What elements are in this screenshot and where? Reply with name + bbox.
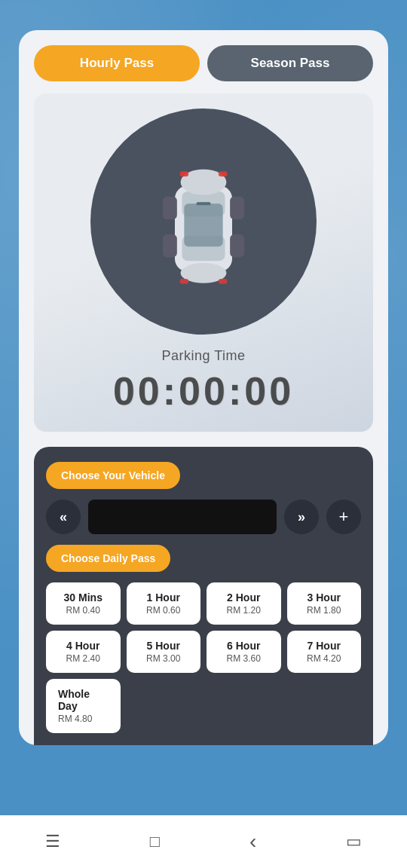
pass-price: RM 1.20 xyxy=(214,605,274,616)
pass-option-1hour[interactable]: 1 Hour RM 0.60 xyxy=(127,582,201,625)
vehicle-selector-row: « » + xyxy=(46,500,361,534)
pass-price: RM 3.00 xyxy=(134,653,194,664)
next-vehicle-button[interactable]: » xyxy=(284,500,319,534)
car-image xyxy=(155,150,252,293)
pass-option-4hour[interactable]: 4 Hour RM 2.40 xyxy=(46,631,121,673)
pass-duration: 5 Hour xyxy=(134,640,194,652)
choose-daily-pass-button[interactable]: Choose Daily Pass xyxy=(46,545,170,572)
pass-duration: 1 Hour xyxy=(134,591,194,604)
pass-price: RM 0.40 xyxy=(54,605,113,616)
bottom-nav: ☰ □ ‹ ▭ xyxy=(0,815,407,868)
whole-day-price: RM 4.80 xyxy=(58,714,109,724)
svg-rect-14 xyxy=(197,202,211,205)
pass-price: RM 0.60 xyxy=(134,605,194,616)
pass-price: RM 1.80 xyxy=(295,605,354,616)
pass-duration: 3 Hour xyxy=(295,591,354,604)
whole-day-duration: Whole Day xyxy=(58,688,109,712)
pass-option-7hour[interactable]: 7 Hour RM 4.20 xyxy=(287,631,362,673)
choose-vehicle-button[interactable]: Choose Your Vehicle xyxy=(46,462,180,489)
pass-price: RM 2.40 xyxy=(54,653,113,664)
svg-rect-3 xyxy=(184,203,222,246)
back-icon[interactable]: ‹ xyxy=(242,822,264,861)
pass-price: RM 3.60 xyxy=(214,653,274,664)
svg-rect-10 xyxy=(180,172,188,177)
svg-rect-9 xyxy=(230,234,244,257)
pass-duration: 4 Hour xyxy=(54,640,113,652)
car-display-area: Parking Time 00:00:00 xyxy=(34,93,373,432)
pass-option-5hour[interactable]: 5 Hour RM 3.00 xyxy=(127,631,201,673)
pass-option-30mins[interactable]: 30 Mins RM 0.40 xyxy=(46,582,121,625)
pass-duration: 6 Hour xyxy=(214,640,274,652)
pass-option-6hour[interactable]: 6 Hour RM 3.60 xyxy=(207,631,281,673)
svg-rect-11 xyxy=(219,172,227,177)
hourly-pass-tab[interactable]: Hourly Pass xyxy=(34,45,200,81)
svg-rect-12 xyxy=(180,279,188,284)
pass-option-2hour[interactable]: 2 Hour RM 1.20 xyxy=(207,582,281,625)
parking-label: Parking Time xyxy=(161,348,245,364)
main-card: Hourly Pass Season Pass xyxy=(19,30,388,745)
pass-options-grid: 30 Mins RM 0.40 1 Hour RM 0.60 2 Hour RM… xyxy=(46,582,361,673)
pass-option-whole-day[interactable]: Whole Day RM 4.80 xyxy=(46,679,121,733)
svg-rect-6 xyxy=(163,197,177,219)
season-pass-tab[interactable]: Season Pass xyxy=(207,45,373,81)
add-vehicle-button[interactable]: + xyxy=(326,500,361,534)
car-circle xyxy=(90,108,317,335)
home-icon[interactable]: □ xyxy=(142,824,167,859)
recent-apps-icon[interactable]: ▭ xyxy=(338,824,369,859)
prev-vehicle-button[interactable]: « xyxy=(46,500,81,534)
pass-duration: 30 Mins xyxy=(54,591,113,604)
svg-rect-8 xyxy=(230,197,244,219)
pass-price: RM 4.20 xyxy=(295,653,354,664)
pass-duration: 7 Hour xyxy=(295,640,354,652)
bottom-panel: Choose Your Vehicle « » + Choose Daily P… xyxy=(34,447,373,745)
timer-display: 00:00:00 xyxy=(113,368,294,414)
svg-rect-13 xyxy=(219,279,227,284)
menu-icon[interactable]: ☰ xyxy=(38,824,68,859)
pass-duration: 2 Hour xyxy=(214,591,274,604)
pass-option-3hour[interactable]: 3 Hour RM 1.80 xyxy=(287,582,362,625)
vehicle-plate-display xyxy=(88,500,277,534)
svg-rect-7 xyxy=(163,234,177,257)
tab-row: Hourly Pass Season Pass xyxy=(34,45,373,81)
whole-day-row: Whole Day RM 4.80 xyxy=(46,679,361,733)
